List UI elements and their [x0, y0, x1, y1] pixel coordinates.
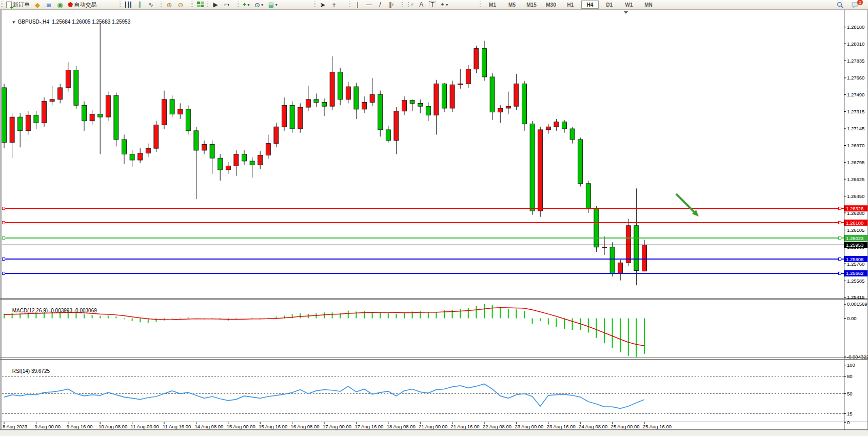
timeframe-H1[interactable]: H1: [562, 1, 579, 9]
templates-button[interactable]: ▤▼: [267, 1, 280, 9]
timeframe-W1[interactable]: W1: [620, 1, 638, 9]
candle: [306, 100, 310, 107]
candle: [514, 84, 519, 106]
candle: [442, 84, 447, 108]
candle: [130, 154, 134, 160]
line-chart-button[interactable]: ∿: [146, 1, 156, 9]
candle: [594, 209, 599, 247]
time-label: 25 Aug 16:00: [643, 424, 672, 429]
price-chart-canvas[interactable]: 1.281801.280101.278351.276601.274901.273…: [0, 10, 868, 436]
candle: [610, 247, 615, 273]
candle: [298, 107, 303, 129]
time-label: 24 Aug 08:00: [579, 424, 607, 429]
timeframe-D1[interactable]: D1: [601, 1, 618, 9]
timeframe-M15[interactable]: M15: [523, 1, 540, 9]
collapse-icon[interactable]: ▼: [12, 20, 16, 25]
time-label: 18 Aug 08:00: [387, 424, 416, 429]
time-label: 15 Aug 00:00: [227, 424, 255, 429]
zoom-in-button[interactable]: ⊕: [164, 1, 174, 9]
line-handle[interactable]: [3, 258, 5, 261]
candle: [50, 100, 54, 102]
zoom-group: ⊕ ⊖: [161, 0, 186, 9]
price-tick-label: 1.26970: [847, 143, 864, 148]
timeframe-group: M1M5M15M30H1H4D1W1MN: [480, 0, 658, 9]
line-handle[interactable]: [839, 222, 841, 224]
line-handle[interactable]: [839, 258, 841, 261]
candle: [322, 103, 327, 107]
arrows-button[interactable]: ✦▼: [439, 1, 450, 9]
line-handle[interactable]: [3, 237, 5, 240]
rsi-tick-label: 50: [847, 391, 853, 397]
time-label: 16 Aug 08:00: [291, 424, 320, 429]
candle: [458, 84, 463, 85]
tile-windows-button[interactable]: [195, 1, 205, 9]
candle: [522, 84, 527, 124]
cursor-button[interactable]: ➤: [318, 1, 328, 9]
trade-group: 新订单 ◆ ◙ ◉ ⬟ 自动交易: [1, 0, 98, 9]
timeframe-M30[interactable]: M30: [542, 1, 560, 9]
horizontal-line-button[interactable]: —: [364, 1, 374, 9]
line-handle[interactable]: [3, 207, 5, 210]
deposit-icon[interactable]: ◆: [32, 1, 43, 9]
rsi-line: [4, 384, 644, 408]
candle: [2, 88, 7, 143]
auto-scroll-button[interactable]: ▶: [210, 1, 221, 9]
price-tick-label: 1.26450: [847, 193, 864, 199]
timeframe-M1[interactable]: M1: [484, 1, 501, 9]
fibonacci-button[interactable]: ⋮⋮F: [398, 1, 415, 9]
notifications-button[interactable]: 1: [850, 1, 860, 9]
zoom-out-button[interactable]: ⊖: [175, 1, 186, 9]
candle: [354, 87, 359, 109]
bar-chart-button[interactable]: [123, 1, 133, 9]
candle: [138, 153, 143, 160]
text-button[interactable]: A: [416, 1, 426, 9]
timeframe-M5[interactable]: M5: [503, 1, 521, 9]
autotrading-icon: ⬟: [68, 2, 73, 8]
mt4-terminal: 新订单 ◆ ◙ ◉ ⬟ 自动交易 ⫿ ∿ ⊕ ⊖ ▶ ↦ +▼: [0, 0, 868, 436]
search-button[interactable]: [835, 1, 845, 9]
candle: [18, 117, 23, 131]
candle: [218, 158, 223, 170]
candle: [402, 101, 407, 111]
main-toolbar: 新订单 ◆ ◙ ◉ ⬟ 自动交易 ⫿ ∿ ⊕ ⊖ ▶ ↦ +▼: [0, 0, 868, 10]
symbol-period-label: GBPUSD-,H4: [18, 19, 49, 25]
chart-shift-button[interactable]: ↦: [222, 1, 232, 9]
cursor-group: ➤ +: [314, 0, 340, 9]
community-icon[interactable]: ◙: [44, 1, 54, 9]
price-line-label-text: 1.26023: [846, 235, 863, 241]
trendline-button[interactable]: /: [375, 1, 385, 9]
candle: [234, 154, 239, 166]
candle: [186, 109, 190, 131]
line-handle[interactable]: [839, 207, 841, 210]
chart-shift-marker[interactable]: [623, 11, 628, 14]
price-tick-label: 1.28010: [847, 41, 864, 47]
candle: [34, 115, 38, 123]
line-handle[interactable]: [839, 272, 841, 274]
signals-icon[interactable]: ◉: [55, 1, 65, 9]
timeframe-H4[interactable]: H4: [581, 1, 599, 9]
crosshair-button[interactable]: +: [329, 1, 339, 9]
candle: [530, 124, 535, 211]
windows-group: [191, 0, 206, 9]
candle: [258, 155, 263, 165]
new-order-button[interactable]: 新订单: [5, 1, 31, 9]
candle: [178, 109, 183, 114]
chart-type-group: ⫿ ∿: [120, 0, 156, 9]
indicators-button[interactable]: +▼: [241, 1, 252, 9]
line-handle[interactable]: [3, 222, 5, 224]
timeframe-MN[interactable]: MN: [640, 1, 657, 9]
line-handle[interactable]: [839, 237, 841, 240]
periods-button[interactable]: ⊙▼: [253, 1, 266, 9]
rsi-tick-label: 100: [847, 362, 855, 368]
candle: [602, 247, 607, 248]
line-handle[interactable]: [3, 272, 5, 274]
price-tick-label: 1.26625: [847, 176, 864, 182]
annotation-arrow[interactable]: [676, 194, 696, 213]
candle: [202, 145, 207, 150]
candlestick-chart-button[interactable]: ⫿: [134, 1, 145, 9]
equidistant-channel-button[interactable]: ∥E: [386, 1, 397, 9]
autotrading-button[interactable]: ⬟ 自动交易: [66, 1, 98, 9]
vertical-line-button[interactable]: |: [352, 1, 363, 9]
candle: [426, 106, 430, 115]
text-label-button[interactable]: T: [427, 1, 438, 9]
